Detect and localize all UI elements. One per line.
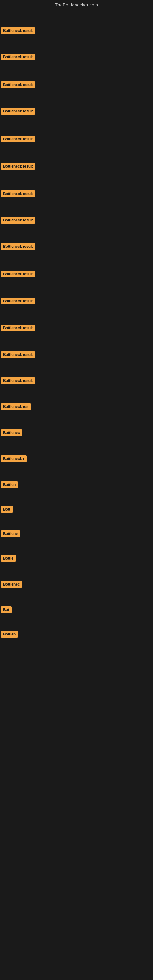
- bottleneck-badge: Bottlenec: [1, 430, 22, 436]
- bottleneck-item[interactable]: Bottleneck result: [1, 217, 35, 225]
- bottleneck-item[interactable]: Bottlen: [1, 631, 18, 639]
- bottleneck-badge: Bottleneck result: [1, 351, 35, 358]
- bottleneck-item[interactable]: Bott: [1, 506, 13, 514]
- bottleneck-badge: Bottleneck result: [1, 54, 35, 60]
- bottleneck-item[interactable]: Bottleneck result: [1, 377, 35, 385]
- bottleneck-item[interactable]: Bottleneck result: [1, 271, 35, 279]
- bottleneck-badge: Bottleneck result: [1, 217, 35, 224]
- bottleneck-item[interactable]: Bottleneck result: [1, 243, 35, 251]
- bottleneck-badge: Bott: [1, 506, 13, 513]
- bottleneck-badge: Bottleneck res: [1, 403, 31, 410]
- bottleneck-badge: Bottleneck result: [1, 191, 35, 197]
- bottleneck-item[interactable]: Bottleneck result: [1, 351, 35, 359]
- bottleneck-badge: Bottleneck result: [1, 136, 35, 142]
- bottleneck-badge: Bottleneck result: [1, 325, 35, 331]
- bottleneck-badge: Bottleneck result: [1, 163, 35, 170]
- cursor-line: [1, 837, 1, 846]
- bottleneck-item[interactable]: Bottleneck result: [1, 163, 35, 171]
- bottleneck-badge: Bottleneck result: [1, 81, 35, 88]
- bottleneck-item[interactable]: Bottleneck result: [1, 325, 35, 332]
- bottleneck-badge: Bottleneck result: [1, 27, 35, 34]
- bottleneck-item[interactable]: Bottlen: [1, 481, 18, 489]
- bottleneck-badge: Bottleneck r: [1, 455, 27, 462]
- bottleneck-item[interactable]: Bottle: [1, 555, 16, 563]
- bottleneck-badge: Bottlenec: [1, 581, 22, 588]
- bottleneck-item[interactable]: Bottlenec: [1, 430, 22, 438]
- bottleneck-item[interactable]: Bottlenec: [1, 581, 22, 589]
- bottleneck-badge: Bottlen: [1, 631, 18, 638]
- bottleneck-badge: Bottleneck result: [1, 108, 35, 115]
- bottleneck-item[interactable]: Bottleneck result: [1, 54, 35, 62]
- bottleneck-item[interactable]: Bottleneck r: [1, 455, 27, 463]
- bottleneck-list: Bottleneck resultBottleneck resultBottle…: [0, 10, 153, 980]
- bottleneck-badge: Bottleneck result: [1, 271, 35, 277]
- bottleneck-item[interactable]: Bottleneck result: [1, 191, 35, 199]
- bottleneck-badge: Bottlen: [1, 481, 18, 488]
- bottleneck-item[interactable]: Bot: [1, 606, 12, 614]
- bottleneck-item[interactable]: Bottleneck result: [1, 108, 35, 116]
- bottleneck-badge: Bottlene: [1, 530, 20, 537]
- bottleneck-item[interactable]: Bottleneck result: [1, 298, 35, 305]
- bottleneck-badge: Bottleneck result: [1, 298, 35, 304]
- bottleneck-item[interactable]: Bottleneck result: [1, 27, 35, 35]
- bottleneck-badge: Bottle: [1, 555, 16, 562]
- site-title: TheBottlenecker.com: [0, 0, 153, 10]
- bottleneck-item[interactable]: Bottleneck result: [1, 81, 35, 89]
- bottleneck-badge: Bottleneck result: [1, 377, 35, 384]
- bottleneck-item[interactable]: Bottleneck result: [1, 136, 35, 144]
- bottleneck-badge: Bottleneck result: [1, 243, 35, 250]
- bottleneck-item[interactable]: Bottlene: [1, 530, 20, 538]
- bottleneck-badge: Bot: [1, 606, 12, 613]
- bottleneck-item[interactable]: Bottleneck res: [1, 403, 31, 411]
